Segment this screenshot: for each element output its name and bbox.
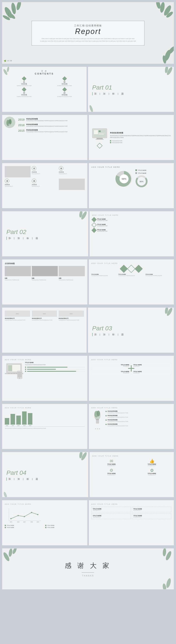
pt-dot-1: [106, 411, 107, 412]
svg-point-82: [165, 578, 172, 588]
svg-rect-26: [96, 139, 104, 140]
diamond-1: [92, 217, 97, 222]
envelope-icon: ✉: [110, 458, 113, 464]
strip-text-3: 标题 单击此处添加文字说明单击此处: [59, 278, 84, 280]
bar-fill-4: [22, 412, 27, 424]
timeline-item-1: 2019 单击此处添加标题 单击此处添加文字说明单击此处添加文字说明单击此处添加…: [18, 118, 85, 122]
cross-item-tl: TITLE HERE 单击此处添加: [92, 363, 131, 368]
il-4: ✿ TITLE HERE 单击此处添加文字: [132, 468, 171, 476]
strip-text-2: 标题 单击此处添加文字说明单击此处: [32, 278, 58, 280]
slide-row-5: 点击添加标题 标题 单击此处添加文字说明单击此处 标题 单击此处添加文字说明单击…: [2, 259, 174, 304]
bar-5: 2019: [28, 413, 32, 426]
donut-svg: 80%: [135, 175, 148, 188]
plus-1: +: [95, 428, 96, 430]
bar-label-4: 2018: [23, 425, 25, 426]
col-img-3: IMG: [59, 310, 84, 317]
svg-point-79: [12, 548, 18, 554]
il-3: ⚙ TITLE HERE 单击此处添加文字: [92, 468, 131, 476]
icon-desc-2: 单击此处添加文字: [59, 173, 84, 174]
bar-4: 2018: [22, 412, 27, 426]
svg-text:2015: 2015: [10, 521, 12, 522]
thanks-leaf-br: [153, 564, 174, 589]
photo-strip-row: [5, 266, 85, 276]
svg-text:2017: 2017: [23, 521, 26, 522]
timeline-content: 2019 单击此处添加标题 单击此处添加文字说明单击此处添加文字说明单击此处添加…: [18, 118, 85, 132]
lc-label-4: TITLE NAME: [47, 527, 54, 528]
svg-point-70: [31, 512, 32, 513]
svg-point-78: [8, 548, 13, 557]
line-chart-title: ADD YOUR TITLE HERE: [5, 503, 85, 505]
slide-part02: Part 02 添 | 加 | 标 | 题: [2, 211, 88, 256]
slide-line-chart: ADD YOUR TITLE HERE 2015 2016 2017: [2, 500, 87, 546]
svg-point-62: [3, 492, 8, 497]
diamond-icon-1: [22, 76, 27, 81]
photo-strip-3: [59, 266, 85, 276]
svg-rect-30: [99, 134, 104, 134]
monitor-desc: 单击此处添加文字说明单击此处添加文字说明单击此处添加文字说明单击此处添加文字说明…: [110, 135, 171, 138]
plant-text-items: 单击此处添加标题 单击此处添加文字说明单击此处添加文字说明 单击此处添加标题 单…: [106, 410, 171, 430]
cross-title: ADD YOUR TITLE HERE: [92, 359, 171, 360]
content-item-2: 02 添加标题 添加标题 单击此处添加文字说明: [45, 77, 84, 86]
page-wrapper: 工作汇报/总结通用模板 Report Click here to add you…: [0, 0, 176, 593]
svg-rect-54: [128, 368, 134, 369]
svg-point-81: [162, 548, 166, 556]
svg-rect-58: [96, 420, 99, 424]
d-item-3: TITLE NAME 单击此处添加文字说明: [92, 228, 171, 232]
il-desc-1: 单击此处添加文字: [107, 465, 116, 466]
lc-item-2: TITLE NAME: [45, 525, 85, 526]
icon-circle-2: ②: [59, 166, 63, 170]
part03-label: 添 | 加 | 标 | 题: [92, 333, 171, 336]
pie-text-1: TITLE NAME: [138, 170, 146, 171]
diamond-icon-4: [62, 87, 67, 92]
il-label-4: TITLE HERE: [148, 473, 156, 474]
part02-label: 添 | 加 | 标 | 题: [7, 237, 86, 240]
content-desc-3: 添加标题 单击此处添加文字说明: [17, 96, 31, 97]
svg-point-71: [37, 514, 38, 515]
prog-3: [25, 371, 85, 372]
plus-2: +: [97, 428, 98, 430]
slide-leaf-tl: [2, 67, 15, 79]
slide-diamond-icons: ADD YOUR TITLE HERE TITLE NAME 单击此处添加文字说…: [89, 259, 174, 304]
content-label-3: 03: [23, 92, 25, 94]
svg-point-59: [96, 419, 99, 420]
svg-text:2018: 2018: [31, 521, 33, 522]
lc-dot-3: [5, 527, 6, 528]
diamond-items-grid: TITLE NAME 单击此处添加文字说明单击此处添加 TITLE NAME 单…: [92, 274, 171, 276]
svg-point-21: [9, 119, 12, 124]
timeline-item-3: 2015 单击此处添加标题 单击此处添加文字说明单击此处添加文字说明单击此处添加…: [18, 129, 85, 132]
svg-rect-51: [18, 372, 22, 378]
pie-content: 68% TITLE NAME TITLE NAME 80: [92, 170, 171, 188]
photo-1: [5, 166, 31, 178]
cover-border-box: 工作汇报/总结通用模板 Report Click here to add you…: [32, 21, 144, 45]
slide-part04: Part 04 添 | 加 | 标 | 题: [2, 452, 88, 497]
svg-text:68%: 68%: [122, 178, 126, 180]
svg-point-2: [16, 2, 22, 11]
bar-label-2: 2016: [12, 425, 14, 426]
svg-rect-25: [97, 138, 103, 139]
photo-2: [59, 179, 84, 190]
timeline-text-3: 单击此处添加标题 单击此处添加文字说明单击此处添加文字说明单击此处添加文字说明单…: [26, 129, 67, 132]
monitor-icon: [92, 128, 108, 142]
lc-item-3: TITLE NAME: [5, 527, 44, 528]
leaf-tl-icon: [2, 2, 33, 33]
monitor-title: 单击此处添加标题: [110, 132, 171, 134]
icon-label-3: 添加标题: [5, 184, 31, 186]
pie-text-2: TITLE NAME: [138, 172, 146, 174]
svg-rect-45: [11, 373, 13, 374]
lc-label-1: TITLE NAME: [7, 525, 14, 526]
part03-leaf-tr: [157, 308, 174, 324]
icon-desc-1: 单击此处添加文字: [32, 173, 58, 174]
icon-text-2: ② 添加标题 单击此处添加文字: [59, 166, 84, 178]
di-3: TITLE NAME 单击此处添加文字说明单击此处添加: [145, 274, 171, 276]
slide-plant-text: ADD YOUR TITLE HERE + + +: [89, 404, 174, 449]
part02-num: Part 02: [7, 228, 86, 236]
part01-label: 添 | 加 | 标 | 题: [92, 92, 171, 95]
pt-2: 单击此处添加标题 单击此处添加文字说明单击此处添加文字说明: [106, 415, 171, 418]
gear-icon: ⚙: [110, 468, 113, 473]
cross-item-br: TITLE HERE 单击此处添加: [132, 370, 171, 375]
tl-title-3: 单击此处添加标题: [26, 129, 67, 131]
il-desc-2: 单击此处添加文字: [148, 465, 156, 466]
diamond-icon-3: [22, 87, 27, 92]
three-col-grid: IMG 单击此处添加文字 单击此处添加文字说明单击此处添加文字说明 IMG 单击…: [5, 310, 84, 321]
cross-item-tr: TITLE HERE 单击此处添加: [132, 363, 171, 368]
